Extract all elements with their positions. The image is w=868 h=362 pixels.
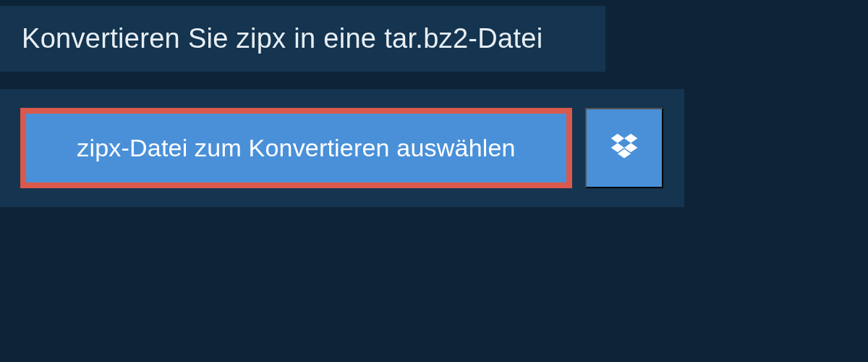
page-header: Konvertieren Sie zipx in eine tar.bz2-Da… (0, 6, 605, 72)
select-file-button-label: zipx-Datei zum Konvertieren auswählen (77, 134, 515, 162)
page-title: Konvertieren Sie zipx in eine tar.bz2-Da… (22, 23, 584, 54)
dropbox-button[interactable] (585, 108, 663, 188)
dropbox-icon (608, 131, 640, 165)
button-row: zipx-Datei zum Konvertieren auswählen (20, 108, 664, 188)
upload-panel: zipx-Datei zum Konvertieren auswählen (0, 89, 684, 207)
select-file-button[interactable]: zipx-Datei zum Konvertieren auswählen (20, 108, 572, 188)
